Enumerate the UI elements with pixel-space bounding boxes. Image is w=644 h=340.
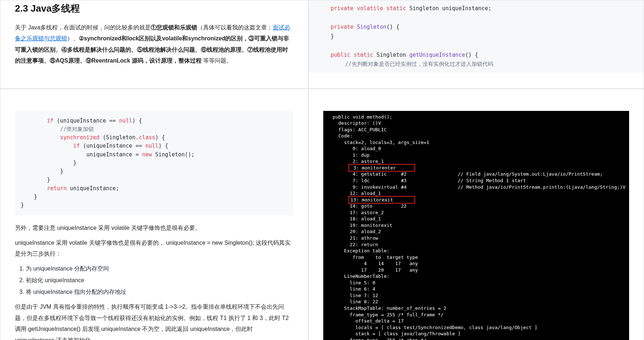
code-double-check: if (uniqueInstance == null) { //类对象加锁 sy… (15, 111, 293, 216)
volatile-note-1: 另外，需要注意 uniqueInstance 采用 volatile 关键字修饰… (15, 223, 293, 233)
double-check-lock-section: if (uniqueInstance == null) { //类对象加锁 sy… (0, 89, 308, 340)
section-multithreading: 2.3 Java多线程 关于 Java多线程，在面试的时候，问的比较多的就是①悲… (0, 0, 308, 89)
bytecode-section: public void method(); descriptor: ()V fl… (308, 89, 644, 340)
intro-paragraph: 关于 Java多线程，在面试的时候，问的比较多的就是①悲观锁和乐观锁（具体可以看… (15, 22, 293, 67)
bytecode-output: public void method(); descriptor: ()V fl… (323, 111, 629, 340)
reorder-explain: 但是由于 JVM 具有指令重排的特性，执行顺序有可能变成 1->3->2。指令重… (15, 301, 293, 340)
step-2: 初始化 uniqueInstance (26, 275, 293, 286)
step-3: 将 uniqueInstance 指向分配的内存地址 (26, 286, 293, 298)
singleton-code-top: private volatile static Singleton unique… (308, 0, 644, 89)
instantiation-steps: 为 uniqueInstance 分配内存空间 初始化 uniqueInstan… (26, 263, 293, 298)
volatile-note-2: uniqueInstance 采用 volatile 关键字修饰也是很有必要的，… (15, 237, 293, 260)
code-singleton-decl: private volatile static Singleton unique… (309, 0, 644, 73)
highlight-monitorexit: 13: monitorexit (348, 196, 415, 204)
step-1: 为 uniqueInstance 分配内存空间 (26, 263, 293, 275)
highlight-monitorenter: 3: monitorenter (348, 164, 415, 172)
heading-2-3: 2.3 Java多线程 (15, 2, 293, 15)
